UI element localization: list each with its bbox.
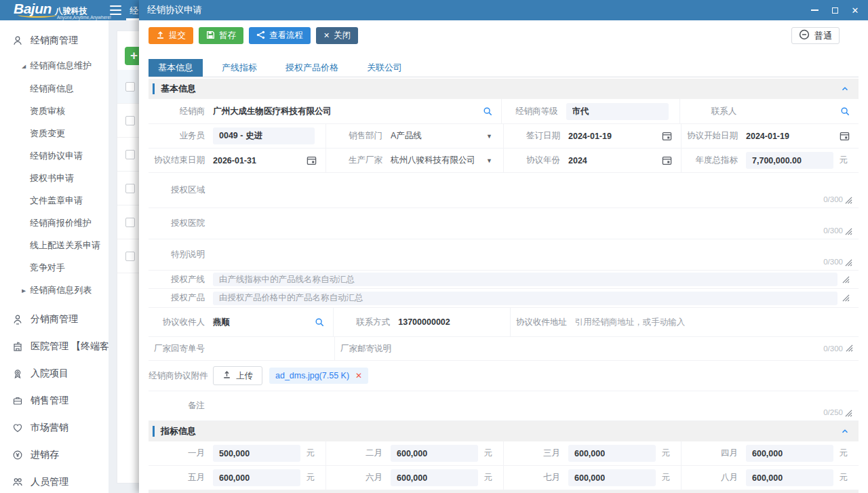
- sidebar-item-dealer-management[interactable]: 经销商管理: [0, 27, 108, 54]
- save-draft-button[interactable]: 暂存: [199, 27, 243, 44]
- calendar-icon[interactable]: [835, 131, 854, 141]
- attachment-chip[interactable]: ad_dms.jpg(7.55 K) ✕: [269, 368, 368, 384]
- field-mailing-note[interactable]: 厂家邮寄说明 0/300: [334, 337, 859, 360]
- field-auth-region[interactable]: 授权区域 0/300: [149, 173, 859, 208]
- maximize-icon[interactable]: [830, 5, 840, 15]
- sidebar-item-dealer-info-maintain[interactable]: ◢ 经销商信息维护: [0, 54, 108, 77]
- sidebar-item-qualification-change[interactable]: 资质变更: [0, 122, 108, 144]
- submit-button[interactable]: 提交: [149, 27, 193, 44]
- field-agreement-year[interactable]: 协议年份 2024: [503, 149, 681, 172]
- sidebar-item-sales-management[interactable]: 销售管理: [0, 387, 108, 414]
- row-checkbox[interactable]: [125, 184, 135, 193]
- search-icon[interactable]: [835, 106, 854, 116]
- field-month-feb[interactable]: 二月 600,000 元: [326, 441, 503, 465]
- close-icon: ✕: [323, 31, 330, 40]
- row-checkbox[interactable]: [125, 252, 135, 261]
- chevron-down-icon[interactable]: ▼: [479, 157, 499, 164]
- chevron-down-icon[interactable]: ▼: [479, 133, 499, 140]
- collapse-chevron-icon[interactable]: [841, 85, 859, 93]
- sidebar-item-qualification-audit[interactable]: 资质审核: [0, 100, 108, 122]
- sidebar-item-inventory[interactable]: 进销存: [0, 441, 108, 469]
- resize-handle-icon[interactable]: [845, 228, 852, 235]
- sidebar-item-marketing[interactable]: 市场营销: [0, 414, 108, 441]
- row-checkbox[interactable]: [125, 116, 135, 125]
- field-salesman[interactable]: 业务员 0049 - 史进: [149, 124, 326, 148]
- search-icon[interactable]: [478, 106, 497, 116]
- special-note-textarea[interactable]: 0/300: [213, 239, 854, 270]
- field-recipient[interactable]: 协议收件人 燕顺: [149, 308, 333, 336]
- tab-related-companies[interactable]: 关联公司: [357, 59, 412, 77]
- people-icon: [12, 477, 24, 488]
- field-attachment[interactable]: 经销商协议附件 上传 ad_dms.jpg(7.55 K) ✕: [149, 361, 859, 391]
- field-month-mar[interactable]: 三月 600,000 元: [503, 441, 681, 465]
- resize-handle-icon[interactable]: [837, 276, 854, 283]
- resize-handle-icon[interactable]: [845, 410, 852, 417]
- calendar-icon[interactable]: [657, 131, 677, 141]
- field-auth-product[interactable]: 授权产品 由授权产品价格中的产品名称自动汇总: [149, 289, 859, 307]
- sidebar-item-distributor-management[interactable]: 分销商管理: [0, 306, 108, 333]
- sidebar-item-dealer-quote-maintain[interactable]: 经销商报价维护: [0, 212, 108, 234]
- sidebar-item-dealer-info-list[interactable]: ▶ 经销商信息列表: [0, 279, 108, 302]
- remark-textarea[interactable]: 0/250: [213, 391, 854, 420]
- sidebar-item-admission-project[interactable]: 入院项目: [0, 360, 108, 387]
- resize-handle-icon[interactable]: [837, 294, 854, 302]
- field-auth-line[interactable]: 授权产线 由产线指标中的产品线名称自动汇总: [149, 271, 859, 288]
- field-manufacturer[interactable]: 生产厂家 杭州八骏科技有限公司 ▼: [326, 149, 503, 172]
- field-sign-date[interactable]: 签订日期 2024-01-19: [503, 124, 681, 148]
- field-special-note[interactable]: 特别说明 0/300: [149, 239, 859, 270]
- field-return-tracking[interactable]: 厂家回寄单号: [149, 337, 334, 360]
- field-contact-phone[interactable]: 联系方式 13700000002: [333, 308, 510, 336]
- collapse-chevron-icon[interactable]: [841, 427, 859, 435]
- sidebar-item-dealer-info[interactable]: 经销商信息: [0, 77, 108, 100]
- field-annual-target[interactable]: 年度总指标 7,700,000.00 元: [681, 149, 859, 172]
- minimize-icon[interactable]: [810, 5, 819, 15]
- close-window-icon[interactable]: ✕: [850, 5, 860, 15]
- field-month-aug[interactable]: 八月 600,000 元: [681, 466, 859, 490]
- field-contact[interactable]: 联系人: [679, 99, 859, 123]
- sidebar-item-authorization-apply[interactable]: 授权书申请: [0, 167, 108, 189]
- search-icon[interactable]: [310, 317, 329, 327]
- tab-basic-info[interactable]: 基本信息: [149, 59, 203, 77]
- field-recipient-address[interactable]: 协议收件地址 引用经销商地址，或手动输入: [510, 308, 859, 336]
- field-dealer-level[interactable]: 经销商等级 市代: [501, 99, 680, 123]
- menu-toggle-icon[interactable]: [110, 5, 121, 15]
- topbar-open-tab[interactable]: 经: [130, 5, 138, 17]
- auth-region-textarea[interactable]: 0/300: [213, 173, 854, 208]
- tab-authorized-prices[interactable]: 授权产品价格: [276, 59, 348, 77]
- priority-button[interactable]: 普通: [791, 27, 840, 44]
- field-sales-dept[interactable]: 销售部门 A产品线 ▼: [326, 124, 503, 148]
- field-month-jun[interactable]: 六月 600,000 元: [326, 466, 503, 490]
- calendar-icon[interactable]: [302, 155, 321, 165]
- tab-line-targets[interactable]: 产线指标: [212, 59, 267, 77]
- row-checkbox[interactable]: [125, 82, 135, 92]
- field-month-apr[interactable]: 四月 600,000 元: [681, 441, 859, 465]
- field-remark[interactable]: 备注 0/250: [149, 391, 859, 420]
- section-accent-bar: [153, 83, 155, 94]
- remove-attachment-icon[interactable]: ✕: [355, 371, 362, 380]
- sidebar-item-hospital-management[interactable]: 医院管理 【终端客户】: [0, 333, 108, 360]
- calendar-icon[interactable]: [657, 155, 677, 165]
- field-month-may[interactable]: 五月 600,000 元: [149, 466, 326, 490]
- field-month-jul[interactable]: 七月 600,000 元: [503, 466, 681, 490]
- sidebar-item-competitor[interactable]: 竞争对手: [0, 256, 108, 279]
- field-end-date[interactable]: 协议结束日期 2026-01-31: [149, 149, 326, 172]
- auth-hospital-textarea[interactable]: 0/300: [213, 208, 854, 239]
- section-accent-bar: [153, 426, 155, 437]
- upload-button[interactable]: 上传: [213, 366, 262, 385]
- field-month-jan[interactable]: 一月 500,000 元: [149, 441, 326, 465]
- sidebar-item-file-seal-apply[interactable]: 文件盖章申请: [0, 189, 108, 212]
- field-dealer[interactable]: 经销商 广州大成生物医疗科技有限公司: [149, 99, 501, 123]
- upload-icon: [222, 370, 231, 381]
- field-auth-hospital[interactable]: 授权医院 0/300: [149, 208, 859, 239]
- resize-handle-icon[interactable]: [845, 259, 852, 267]
- field-start-date[interactable]: 协议开始日期 2024-01-19: [681, 124, 859, 148]
- resize-handle-icon[interactable]: [846, 344, 853, 354]
- sidebar-item-agreement-apply[interactable]: 经销协议申请: [0, 144, 108, 167]
- sidebar-item-online-delivery-apply[interactable]: 线上配送关系申请: [0, 234, 108, 256]
- resize-handle-icon[interactable]: [845, 197, 852, 204]
- close-button[interactable]: ✕ 关闭: [316, 27, 358, 44]
- view-flow-button[interactable]: 查看流程: [249, 27, 311, 44]
- sidebar-item-personnel-management[interactable]: 人员管理: [0, 469, 108, 493]
- row-checkbox[interactable]: [125, 150, 135, 159]
- row-checkbox[interactable]: [125, 218, 135, 227]
